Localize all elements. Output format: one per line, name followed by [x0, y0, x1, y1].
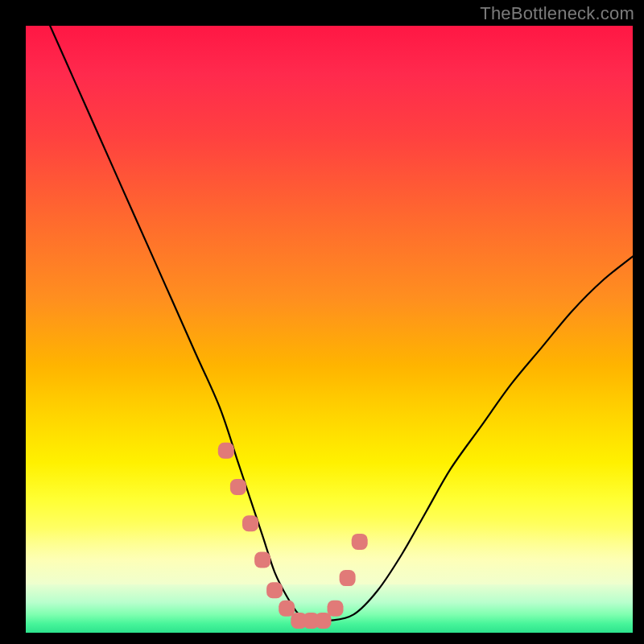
plot-area [26, 26, 633, 633]
highlight-marker [328, 601, 344, 617]
highlight-marker [352, 534, 368, 550]
highlight-marker [279, 601, 295, 617]
bottleneck-curve-path [50, 26, 633, 621]
highlight-marker [242, 515, 258, 531]
highlight-marker [254, 552, 270, 568]
highlight-marker [218, 443, 234, 459]
highlight-marker [266, 582, 283, 598]
highlight-marker [230, 479, 246, 495]
highlight-marker [340, 570, 356, 586]
curve-layer [26, 26, 633, 633]
chart-stage: TheBottleneck.com [0, 0, 644, 644]
highlight-marker [316, 613, 332, 629]
watermark-text: TheBottleneck.com [480, 3, 634, 24]
